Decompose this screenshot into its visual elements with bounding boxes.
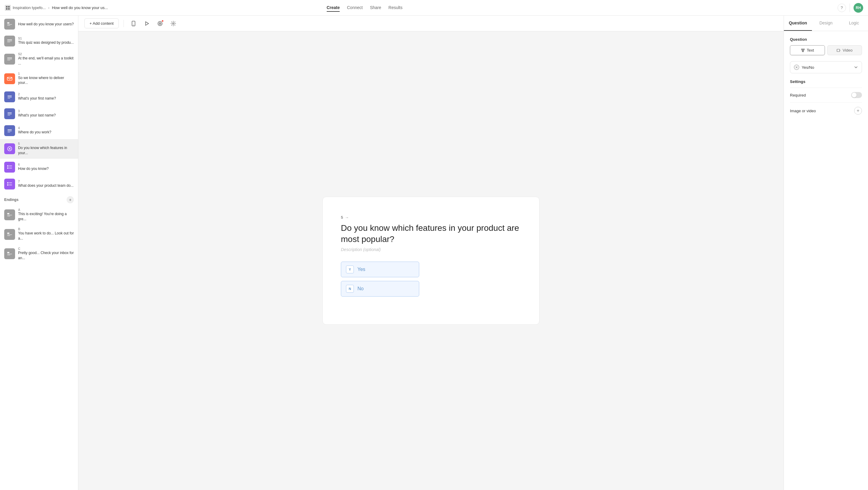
sidebar-item-2[interactable]: 2 What's your first name? xyxy=(0,88,78,105)
answer-yes-button[interactable]: Y Yes xyxy=(341,262,419,277)
panel-tab-question[interactable]: Question xyxy=(784,16,812,31)
yesno-icon xyxy=(794,64,799,70)
answer-type-label: Yes/No xyxy=(802,65,814,70)
media-type-text-button[interactable]: Text xyxy=(790,45,825,55)
ending-c-label: C xyxy=(18,247,20,251)
question-description[interactable]: Description (optional) xyxy=(341,247,521,252)
welcome-item-text: How well do you know your users? xyxy=(18,22,74,27)
media-type-video-label: Video xyxy=(843,48,852,53)
sidebar-item-s1[interactable]: S1 This quiz was designed by produ... xyxy=(0,33,78,50)
sidebar-item-1[interactable]: 1 So we know where to deliver your... xyxy=(0,69,78,89)
sidebar-item-5[interactable]: 5 Do you know which features in your... xyxy=(0,139,78,159)
right-panel: Question Design Logic Question Text Vide… xyxy=(784,16,868,490)
svg-rect-36 xyxy=(7,216,10,217)
content-area: + Add content 5 → xyxy=(79,16,784,490)
breadcrumb-arrow: › xyxy=(48,5,50,10)
ending-a-text-container: A This is exciting! You're doing a gre..… xyxy=(18,208,74,222)
svg-rect-40 xyxy=(7,252,9,253)
item7-text: What does your product team do... xyxy=(18,183,74,188)
svg-rect-18 xyxy=(7,114,12,114)
mobile-preview-button[interactable] xyxy=(129,19,138,28)
svg-rect-34 xyxy=(7,213,9,214)
nav-logo[interactable]: Inspiration typefo... xyxy=(5,5,46,11)
play-button[interactable] xyxy=(142,19,152,28)
svg-rect-35 xyxy=(7,215,12,215)
svg-rect-4 xyxy=(7,22,9,24)
svg-rect-3 xyxy=(8,8,10,10)
settings-button[interactable] xyxy=(168,19,178,28)
svg-rect-20 xyxy=(7,129,12,130)
s2-icon xyxy=(4,54,15,64)
item6-label: 6 xyxy=(18,163,20,166)
sidebar-item-3[interactable]: 3 What's your last name? xyxy=(0,105,78,122)
item2-icon xyxy=(4,91,15,102)
sidebar-item-s2[interactable]: S2 At the end, we'll email you a toolkit… xyxy=(0,50,78,69)
answer-no-button[interactable]: N No xyxy=(341,281,419,296)
tab-create[interactable]: Create xyxy=(327,4,340,12)
add-content-button[interactable]: + Add content xyxy=(84,19,119,28)
svg-rect-22 xyxy=(7,132,10,133)
ending-a-label: A xyxy=(18,208,20,211)
app-logo-icon xyxy=(5,5,11,11)
item7-text-container: 7 What does your product team do... xyxy=(18,180,74,188)
user-avatar[interactable]: RH xyxy=(854,3,863,13)
content-toolbar: + Add content xyxy=(79,16,784,31)
svg-rect-1 xyxy=(8,6,10,7)
item2-text-container: 2 What's your first name? xyxy=(18,93,74,101)
answer-no-text: No xyxy=(358,286,364,291)
s1-icon xyxy=(4,36,15,47)
sidebar-ending-c[interactable]: C Pretty good... Check your inbox for an… xyxy=(0,244,78,264)
form-title[interactable]: How well do you know your us... xyxy=(52,5,108,10)
add-image-video-button[interactable]: + xyxy=(854,107,862,115)
ending-c-icon xyxy=(4,248,15,259)
panel-tab-logic[interactable]: Logic xyxy=(840,16,868,31)
item7-label: 7 xyxy=(18,180,20,183)
tab-share[interactable]: Share xyxy=(370,4,381,12)
help-button[interactable]: ? xyxy=(838,4,846,12)
svg-rect-38 xyxy=(7,234,12,235)
panel-question-section: Question Text Video Yes/No xyxy=(784,31,868,119)
svg-rect-8 xyxy=(7,41,12,41)
answer-no-key: N xyxy=(346,285,354,293)
item3-text: What's your last name? xyxy=(18,113,74,118)
welcome-icon xyxy=(4,19,15,30)
s2-item-text: At the end, we'll email you a toolkit ..… xyxy=(18,56,74,66)
sidebar-ending-a[interactable]: A This is exciting! You're doing a gre..… xyxy=(0,205,78,225)
svg-rect-37 xyxy=(7,233,9,234)
svg-rect-2 xyxy=(6,8,7,10)
required-toggle[interactable] xyxy=(851,92,862,98)
item5-text-container: 5 Do you know which features in your... xyxy=(18,142,74,156)
add-ending-button[interactable]: + xyxy=(67,196,74,203)
svg-rect-6 xyxy=(7,25,10,26)
sidebar-ending-b[interactable]: B You have work to do... Look out for a.… xyxy=(0,225,78,244)
svg-rect-0 xyxy=(6,6,7,7)
form-card: 5 → Do you know which features in your p… xyxy=(322,197,539,325)
sidebar-item-welcome[interactable]: How well do you know your users? xyxy=(0,16,78,33)
ending-b-icon xyxy=(4,229,15,240)
tab-results[interactable]: Results xyxy=(389,4,403,12)
item5-label: 5 xyxy=(18,142,20,145)
sidebar-item-6[interactable]: 6 How do you know? xyxy=(0,159,78,176)
toggle-knob xyxy=(852,93,857,97)
media-type-video-button[interactable]: Video xyxy=(827,45,862,55)
svg-rect-32 xyxy=(7,184,8,185)
sidebar-item-4[interactable]: 4 Where do you work? xyxy=(0,122,78,139)
item7-icon xyxy=(4,179,15,190)
svg-rect-11 xyxy=(7,59,12,59)
gear-icon xyxy=(170,21,176,26)
question-text[interactable]: Do you know which features in your produ… xyxy=(341,223,521,245)
help-icon: ? xyxy=(841,5,843,10)
svg-rect-27 xyxy=(9,166,12,166)
mobile-icon xyxy=(131,21,136,26)
sidebar-item-7[interactable]: 7 What does your product team do... xyxy=(0,176,78,193)
item3-label: 3 xyxy=(18,110,20,113)
nav-right-actions: ? RH xyxy=(838,3,863,13)
s2-label: S2 xyxy=(18,53,22,56)
item6-text-container: 6 How do you know? xyxy=(18,163,74,171)
canvas-area[interactable]: 5 → Do you know which features in your p… xyxy=(79,31,784,490)
answer-type-select[interactable]: Yes/No xyxy=(790,61,862,73)
item2-text: What's your first name? xyxy=(18,96,74,101)
tab-connect[interactable]: Connect xyxy=(347,4,363,12)
panel-tab-design[interactable]: Design xyxy=(812,16,840,31)
item1-text-container: 1 So we know where to deliver your... xyxy=(18,72,74,86)
